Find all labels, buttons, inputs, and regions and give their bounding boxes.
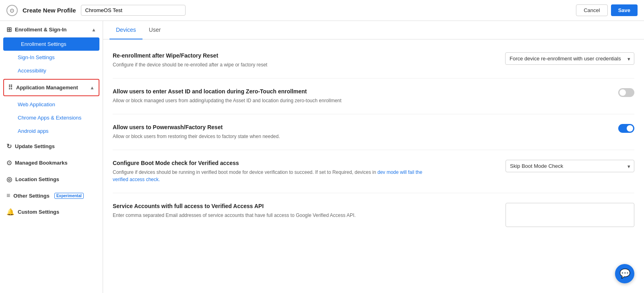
sidebar-section-bookmarks-label: Managed Bookmarks — [15, 160, 68, 166]
application-sub-items: Web Application Chrome Apps & Extensions… — [0, 98, 103, 138]
setting-powerwash: Allow users to Powerwash/Factory Reset A… — [113, 114, 634, 150]
service-accounts-control — [506, 203, 634, 227]
sidebar-section-application-management[interactable]: ⠿ Application Management ▲ — [4, 80, 99, 95]
sidebar-item-signin-settings[interactable]: Sign-In Settings — [0, 51, 103, 64]
boot-mode-description: Configure if devices should be running i… — [113, 169, 427, 183]
asset-id-title: Allow users to enter Asset ID and locati… — [113, 88, 427, 95]
tab-devices[interactable]: Devices — [109, 21, 142, 39]
powerwash-description: Allow or block users from restoring thei… — [113, 133, 427, 140]
boot-mode-title: Configure Boot Mode check for Verified a… — [113, 160, 427, 166]
save-button[interactable]: Save — [611, 4, 638, 16]
setting-reenrollment: Re-enrollment after Wipe/Factory Reset C… — [113, 43, 634, 78]
powerwash-toggle[interactable] — [618, 124, 634, 133]
asset-id-control — [618, 88, 634, 97]
tab-user[interactable]: User — [142, 21, 167, 39]
reenrollment-title: Re-enrollment after Wipe/Factory Reset — [113, 52, 427, 59]
sidebar-section-location-settings[interactable]: ◎ Location Settings — [0, 171, 103, 187]
sidebar-item-web-application[interactable]: Web Application — [0, 98, 103, 111]
chat-icon: 💬 — [619, 268, 630, 279]
enrollment-sub-items: Enrollment Settings Sign-In Settings Acc… — [0, 37, 103, 77]
sidebar-section-update-settings[interactable]: ↻ Update Settings — [0, 138, 103, 154]
settings-content: Re-enrollment after Wipe/Factory Reset C… — [103, 39, 644, 240]
sidebar-section-other-label: Other Settings — [13, 193, 50, 199]
sidebar-item-enrollment-settings[interactable]: Enrollment Settings — [3, 37, 99, 51]
topbar: ⊙ Create New Profile Cancel Save — [0, 0, 644, 21]
boot-mode-dropdown[interactable]: Skip Boot Mode Check Required — [506, 160, 634, 172]
sidebar-item-accessibility[interactable]: Accessibility — [0, 64, 103, 77]
cancel-button[interactable]: Cancel — [576, 4, 607, 16]
sidebar-section-location-label: Location Settings — [15, 176, 59, 182]
refresh-icon: ↻ — [6, 142, 12, 150]
apps-icon: ⠿ — [8, 84, 13, 91]
powerwash-toggle-slider — [618, 124, 634, 133]
boot-mode-link: dev mode will fail the verified access c… — [113, 169, 422, 182]
sidebar-section-custom-label: Custom Settings — [18, 209, 59, 215]
sidebar-section-managed-bookmarks[interactable]: ⊙ Managed Bookmarks — [0, 154, 103, 171]
asset-id-description: Allow or block managed users from adding… — [113, 97, 427, 104]
topbar-buttons: Cancel Save — [576, 4, 638, 16]
boot-mode-dropdown-wrapper: Skip Boot Mode Check Required — [506, 160, 634, 172]
setting-boot-mode: Configure Boot Mode check for Verified a… — [113, 150, 634, 193]
sidebar-item-chrome-apps[interactable]: Chrome Apps & Extensions — [0, 111, 103, 124]
bell-icon: 🔔 — [6, 208, 14, 216]
app-logo-icon: ⊙ — [6, 5, 18, 16]
sidebar: ⊞ Enrollment & Sign-In ▲ Enrollment Sett… — [0, 21, 103, 293]
powerwash-control — [618, 124, 634, 133]
sidebar-section-application-label: Application Management — [16, 85, 78, 91]
powerwash-title: Allow users to Powerwash/Factory Reset — [113, 124, 427, 130]
setting-service-accounts: Service Accounts with full access to Ver… — [113, 193, 634, 237]
content-area: Devices User Re-enrollment after Wipe/Fa… — [103, 21, 644, 293]
sidebar-item-android-apps[interactable]: Android apps — [0, 124, 103, 138]
sidebar-section-enrollment[interactable]: ⊞ Enrollment & Sign-In ▲ — [0, 21, 103, 37]
main-layout: ⊞ Enrollment & Sign-In ▲ Enrollment Sett… — [0, 21, 644, 293]
chat-fab-button[interactable]: 💬 — [615, 264, 634, 283]
sidebar-section-application-management-wrapper: ⠿ Application Management ▲ — [3, 79, 99, 96]
sidebar-section-custom-settings[interactable]: 🔔 Custom Settings — [0, 203, 103, 220]
reenrollment-description: Configure if the device should be re-enr… — [113, 61, 427, 68]
sidebar-section-enrollment-label: Enrollment & Sign-In — [15, 27, 67, 33]
setting-asset-id: Allow users to enter Asset ID and locati… — [113, 78, 634, 114]
service-accounts-description: Enter comma separated Email addresses of… — [113, 212, 427, 219]
sliders-icon: ≡ — [6, 192, 10, 199]
topbar-left: ⊙ Create New Profile — [6, 5, 186, 16]
reenrollment-control: Force device re-enrollment with user cre… — [505, 52, 634, 65]
reenrollment-dropdown-wrapper: Force device re-enrollment with user cre… — [505, 52, 634, 65]
page-title: Create New Profile — [23, 7, 76, 14]
sidebar-section-update-label: Update Settings — [15, 143, 55, 149]
grid-icon: ⊞ — [6, 26, 12, 33]
profile-name-input[interactable] — [81, 5, 186, 16]
tabs-bar: Devices User — [103, 21, 644, 39]
chevron-up-icon-app: ▲ — [90, 85, 95, 91]
bookmark-icon: ⊙ — [6, 159, 12, 167]
asset-id-toggle-slider — [618, 88, 634, 97]
service-accounts-title: Service Accounts with full access to Ver… — [113, 203, 427, 209]
location-icon: ◎ — [6, 175, 12, 183]
reenrollment-dropdown[interactable]: Force device re-enrollment with user cre… — [505, 52, 634, 65]
experimental-badge: Experimental — [54, 193, 84, 199]
service-accounts-textarea[interactable] — [506, 203, 634, 227]
chevron-up-icon: ▲ — [91, 27, 96, 33]
sidebar-section-other-settings[interactable]: ≡ Other Settings Experimental — [0, 187, 103, 203]
asset-id-toggle[interactable] — [618, 88, 634, 97]
boot-mode-control: Skip Boot Mode Check Required — [506, 160, 634, 172]
